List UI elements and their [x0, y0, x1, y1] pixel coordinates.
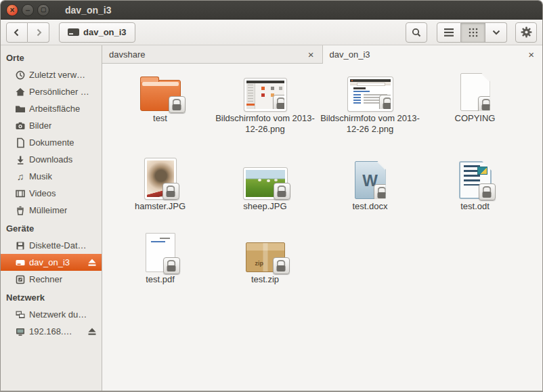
sidebar-section-header: Orte	[1, 48, 102, 66]
eject-icon	[87, 327, 97, 336]
file-name: test.docx	[352, 201, 387, 212]
file-name: test.pdf	[146, 274, 175, 285]
sidebar-section-header: Netzwerk	[1, 288, 102, 306]
pdf-document-icon	[146, 233, 175, 272]
window-title: dav_on_i3	[65, 5, 111, 16]
tab-label: davshare	[109, 49, 145, 60]
file-manager-window: × – ▢ dav_on_i3 dav_on_i3	[0, 0, 543, 392]
document-icon	[15, 137, 26, 148]
music-note-icon: ♫	[15, 171, 26, 182]
sidebar-item-label: Rechner	[29, 274, 62, 284]
tab-bar: davshare × dav_on_i3 ×	[102, 45, 542, 64]
titlebar: × – ▢ dav_on_i3	[1, 1, 542, 20]
eject-icon	[87, 258, 97, 267]
sidebar-item-label: Bilder	[29, 121, 51, 131]
sidebar-item-label: Netzwerk du…	[29, 309, 87, 320]
camera-icon	[15, 121, 26, 131]
lock-emblem-icon	[478, 96, 495, 113]
file-item-test-pdf[interactable]: test.pdf	[108, 229, 213, 299]
sidebar-item-label: Downloads	[29, 154, 72, 165]
eject-button[interactable]	[87, 257, 97, 268]
forward-button[interactable]	[28, 22, 49, 43]
sidebar-item-computer[interactable]: Rechner	[1, 271, 102, 288]
file-item-test-zip[interactable]: zip test.zip	[213, 229, 318, 299]
folder-icon	[15, 104, 26, 114]
list-view-button[interactable]	[437, 22, 461, 43]
file-item-test-docx[interactable]: W test.docx	[318, 150, 422, 229]
file-grid: test Bildschirmfoto vom 2013-12-26.png	[102, 64, 542, 391]
sidebar-item-floppy[interactable]: Diskette-Dat…	[1, 237, 102, 254]
file-item-test-odt[interactable]: test.odt	[422, 150, 527, 229]
view-button-group	[437, 22, 507, 43]
sidebar-item-pictures[interactable]: Bilder	[1, 117, 102, 134]
tab-close-icon[interactable]: ×	[307, 49, 316, 60]
file-name: Bildschirmfoto vom 2013-12-26.png	[215, 113, 316, 135]
search-icon	[411, 27, 422, 38]
sidebar-item-trash[interactable]: Mülleimer	[1, 202, 102, 219]
tab-close-icon[interactable]: ×	[527, 49, 536, 60]
sidebar-item-label: Arbeitsfläche	[29, 104, 80, 114]
sidebar-item-label: 192.168.…	[29, 326, 72, 336]
file-item-sheep[interactable]: sheep.JPG	[213, 150, 318, 229]
location-button[interactable]: dav_on_i3	[59, 22, 135, 43]
eject-button[interactable]	[87, 326, 97, 337]
grid-view-button[interactable]	[461, 22, 485, 43]
places-sidebar: Orte Zuletzt verw… Persönlicher … Arbeit…	[1, 45, 102, 391]
window-minimize-button[interactable]: –	[22, 4, 34, 16]
word-document-icon: W	[355, 161, 386, 199]
lock-emblem-icon	[374, 184, 391, 201]
sidebar-item-recent[interactable]: Zuletzt verw…	[1, 66, 102, 83]
sidebar-item-music[interactable]: ♫ Musik	[1, 168, 102, 185]
tab-label: dav_on_i3	[330, 49, 370, 60]
sidebar-item-label: Zuletzt verw…	[29, 70, 85, 80]
network-drive-icon	[15, 326, 26, 337]
sidebar-item-dav-on-i3[interactable]: dav_on_i3	[1, 254, 102, 271]
sidebar-item-network-browse[interactable]: Netzwerk du…	[1, 306, 102, 323]
file-name: COPYING	[455, 113, 496, 124]
sidebar-item-label: Videos	[29, 188, 56, 198]
file-item-hamster[interactable]: hamster.JPG	[108, 150, 213, 229]
file-item-screenshot-2[interactable]: Bildschirmfoto vom 2013-12-26 2.png	[318, 66, 422, 150]
trash-icon	[15, 205, 26, 216]
lock-emblem-icon	[274, 183, 290, 200]
file-name: hamster.JPG	[135, 201, 186, 212]
image-thumbnail	[348, 77, 393, 111]
sidebar-item-documents[interactable]: Dokumente	[1, 134, 102, 151]
clock-icon	[15, 70, 26, 81]
window-maximize-button[interactable]: ▢	[37, 4, 49, 16]
sidebar-item-desktop[interactable]: Arbeitsfläche	[1, 100, 102, 117]
gear-icon	[521, 26, 532, 38]
sidebar-item-videos[interactable]: Videos	[1, 185, 102, 202]
sidebar-item-label: Persönlicher …	[29, 87, 89, 97]
list-view-icon	[444, 28, 454, 37]
lock-emblem-icon	[379, 95, 393, 111]
sidebar-item-network-drive[interactable]: 192.168.…	[1, 323, 102, 340]
harddrive-icon	[68, 28, 79, 36]
lock-emblem-icon	[273, 95, 286, 111]
file-name: sheep.JPG	[243, 201, 286, 212]
file-item-screenshot-1[interactable]: Bildschirmfoto vom 2013-12-26.png	[213, 66, 318, 150]
file-name: test.zip	[251, 274, 279, 285]
lock-emblem-icon	[162, 183, 179, 200]
maximize-icon: ▢	[38, 5, 49, 16]
file-item-test-folder[interactable]: test	[108, 66, 213, 150]
sidebar-item-downloads[interactable]: Downloads	[1, 151, 102, 168]
settings-button[interactable]	[515, 22, 537, 43]
zip-badge: zip	[255, 260, 264, 267]
tab-davshare[interactable]: davshare ×	[102, 45, 323, 64]
search-button[interactable]	[406, 22, 427, 43]
sidebar-item-label: Musik	[29, 171, 52, 181]
sidebar-item-home[interactable]: Persönlicher …	[1, 83, 102, 100]
chevron-left-icon	[12, 27, 22, 38]
file-item-copying[interactable]: COPYING	[422, 66, 527, 150]
sidebar-item-label: Diskette-Dat…	[29, 240, 87, 251]
view-options-dropdown-button[interactable]	[485, 22, 507, 43]
text-file-icon	[460, 73, 490, 111]
window-close-button[interactable]: ×	[6, 4, 18, 16]
tab-dav-on-i3[interactable]: dav_on_i3 ×	[323, 45, 543, 64]
nav-button-group	[6, 22, 49, 43]
film-icon	[15, 188, 26, 199]
home-icon	[15, 87, 26, 97]
lock-emblem-icon	[163, 257, 180, 274]
back-button[interactable]	[6, 22, 28, 43]
